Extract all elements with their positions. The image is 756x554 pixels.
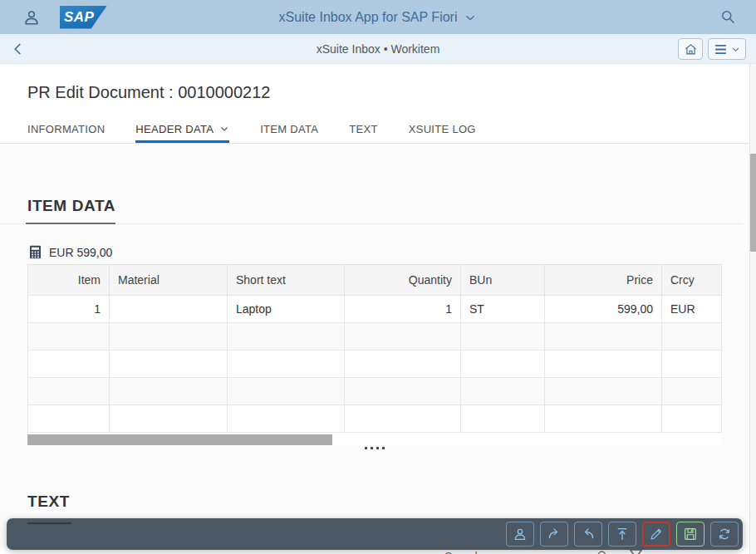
table-cell [662,378,722,405]
column-header-short-text: Short text [228,265,345,296]
table-cell [28,351,110,378]
table-cell [110,323,228,351]
table-cell: EUR [662,296,722,323]
table-cell [345,323,461,351]
tab-xsuite-log[interactable]: XSUITE LOG [409,116,476,143]
refresh-button[interactable] [710,522,739,547]
table-cell [662,405,722,433]
table-cell [461,405,545,433]
table-cell [228,405,345,433]
table-cell [28,323,110,351]
home-icon [684,42,698,56]
undo-icon [581,527,596,542]
table-cell [461,351,545,378]
hamburger-icon [714,43,728,56]
chevron-down-icon [731,45,740,54]
table-cell [545,323,662,351]
table-row[interactable] [28,405,722,433]
table-cell: ST [461,296,545,323]
table-cell [662,323,722,351]
table-resize-grabber[interactable] [364,447,385,449]
table-cell [662,351,722,378]
table-row[interactable]: 1Laptop1ST599,00EUR [28,296,722,323]
table-header-row: ItemMaterialShort textQuantityBUnPriceCr… [28,265,722,296]
tab-text[interactable]: TEXT [349,116,377,143]
table-cell [545,378,662,405]
chevron-down-icon [219,124,229,134]
tab-strip: INFORMATION HEADER DATA ITEM DATA TEXT X… [0,116,749,144]
app-title-menu[interactable]: xSuite Inbox App for SAP Fiori [0,0,756,34]
table-cell [110,405,228,433]
total-amount-row: EUR 599,00 [29,245,749,259]
save-button[interactable] [676,522,704,547]
refresh-icon [717,527,732,542]
column-header-material: Material [110,265,228,296]
column-header-price: Price [545,265,662,296]
upload-icon [615,527,630,542]
shell-header: SAP xSuite Inbox App for SAP Fiori [0,0,756,34]
column-header-bun: BUn [461,265,545,296]
app-screen: SAP xSuite Inbox App for SAP Fiori xSuit… [0,0,756,554]
table-cell [345,378,461,405]
table-cell [28,378,110,405]
item-data-section-title: ITEM DATA [27,197,749,215]
table-cell: 1 [28,296,110,323]
table-row[interactable] [28,351,722,378]
table-cell [345,351,461,378]
user-icon [513,527,528,542]
column-header-crcy: Crcy [662,265,722,296]
table-cell [28,405,110,433]
upload-button[interactable] [608,522,636,547]
text-heading-underline [27,522,71,524]
home-button[interactable] [678,38,703,60]
section-divider [0,223,749,224]
table-cell [228,351,345,378]
table-cell [110,378,228,405]
table-cell: 599,00 [545,296,662,323]
table-row[interactable] [28,323,722,351]
table-cell: Laptop [228,296,345,323]
search-input[interactable]: Search [444,550,481,554]
forward-button[interactable] [540,522,568,547]
table-cell [110,296,228,323]
total-amount: EUR 599,00 [49,246,112,259]
save-icon [683,527,698,542]
table-row[interactable] [28,378,722,405]
app-title: xSuite Inbox App for SAP Fiori [279,10,458,25]
menu-button[interactable] [708,38,746,60]
breadcrumb: xSuite Inbox • Workitem [0,42,756,56]
table-cell [228,323,345,351]
table-cell [545,405,662,433]
table-cell: 1 [345,296,461,323]
search-icon[interactable] [719,8,736,28]
assign-user-button[interactable] [506,522,534,547]
table-cell [545,351,662,378]
item-table: ItemMaterialShort textQuantityBUnPriceCr… [27,264,722,433]
nav-bar: xSuite Inbox • Workitem [0,34,756,64]
text-section-title: TEXT [27,493,749,511]
column-header-quantity: Quantity [345,265,461,296]
forward-icon [547,527,562,542]
table-cell [345,405,461,433]
undo-button[interactable] [574,522,602,547]
vertical-scrollbar-thumb[interactable] [750,154,756,252]
table-cell [461,378,545,405]
edit-button[interactable] [642,522,670,547]
tab-information[interactable]: INFORMATION [27,116,105,143]
column-header-item: Item [28,265,110,296]
calculator-icon [29,245,42,259]
page-title: PR Edit Document : 0010000212 [27,83,749,102]
footer-toolbar [7,518,743,550]
table-cell [461,323,545,351]
tab-header-data[interactable]: HEADER DATA [135,116,229,143]
table-cell [110,351,228,378]
table-cell [228,378,345,405]
chevron-down-icon [464,11,477,24]
page-vertical-scrollbar [749,64,756,554]
table-horizontal-scrollbar [27,434,721,445]
content-area: ITEM DATA EUR 599,00 ItemMaterialShort t… [0,197,749,511]
object-header: PR Edit Document : 0010000212 [0,64,749,116]
horizontal-scrollbar-thumb[interactable] [27,434,332,445]
tab-item-data[interactable]: ITEM DATA [260,116,318,143]
edit-icon [649,527,664,542]
